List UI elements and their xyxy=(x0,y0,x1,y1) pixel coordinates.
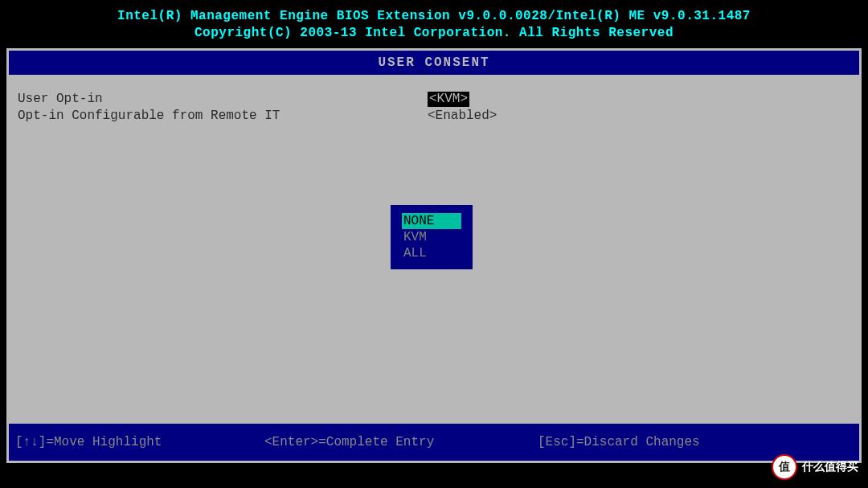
bios-header: Intel(R) Management Engine BIOS Extensio… xyxy=(3,3,865,45)
setting-value[interactable]: <Enabled> xyxy=(428,109,497,124)
help-enter: <Enter>=Complete Entry xyxy=(264,435,538,449)
popup-item-all[interactable]: ALL xyxy=(402,245,461,261)
watermark-badge-icon: 值 xyxy=(772,454,797,480)
help-esc: [Esc]=Discard Changes xyxy=(538,435,853,449)
header-line2: Copyright(C) 2003-13 Intel Corporation. … xyxy=(3,25,865,42)
watermark: 值 什么值得买 xyxy=(772,454,858,480)
setting-label: User Opt-in xyxy=(18,92,428,107)
setting-label: Opt-in Configurable from Remote IT xyxy=(18,109,428,124)
setting-value[interactable]: <KVM> xyxy=(428,92,469,107)
help-move: [↑↓]=Move Highlight xyxy=(15,435,264,449)
footer-help: [↑↓]=Move Highlight <Enter>=Complete Ent… xyxy=(6,421,862,463)
watermark-text: 什么值得买 xyxy=(802,460,858,474)
option-popup: NONE KVM ALL xyxy=(387,202,476,273)
setting-row[interactable]: Opt-in Configurable from Remote IT <Enab… xyxy=(18,109,850,124)
setting-row[interactable]: User Opt-in <KVM> xyxy=(18,92,850,107)
popup-item-none[interactable]: NONE xyxy=(402,213,461,229)
popup-item-kvm[interactable]: KVM xyxy=(402,229,461,245)
content-area: User Opt-in <KVM> Opt-in Configurable fr… xyxy=(6,77,862,421)
page-title: USER CONSENT xyxy=(6,48,862,77)
header-line1: Intel(R) Management Engine BIOS Extensio… xyxy=(3,8,865,25)
